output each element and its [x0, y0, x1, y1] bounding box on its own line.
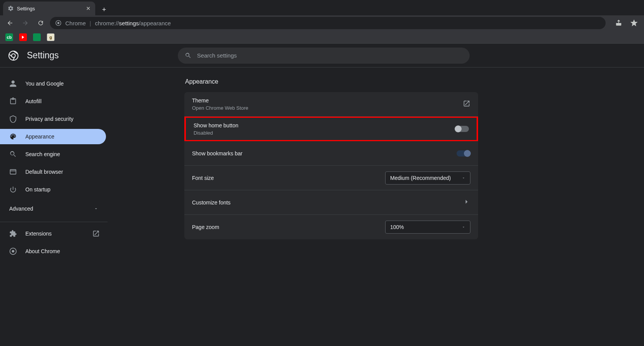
sidebar-item-label: Privacy and security: [25, 116, 73, 122]
forward-button[interactable]: [19, 17, 31, 29]
sidebar-item-label: Default browser: [25, 169, 63, 175]
row-label: Page zoom: [192, 224, 219, 230]
extension-icon-goodreads[interactable]: g: [47, 33, 55, 41]
row-sublabel: Open Chrome Web Store: [192, 105, 248, 111]
row-font-size: Font size Medium (Recommended): [184, 166, 478, 190]
toggle-show-home-button[interactable]: [455, 126, 469, 132]
tab-title: Settings: [17, 6, 35, 12]
sidebar-item-label: Extensions: [25, 231, 51, 237]
search-icon: [9, 150, 17, 158]
sidebar-item-about-chrome[interactable]: About Chrome: [0, 244, 108, 259]
power-icon: [9, 186, 17, 193]
sidebar-item-label: Search engine: [25, 151, 60, 157]
row-label: Show bookmarks bar: [192, 150, 243, 157]
new-tab-button[interactable]: +: [98, 4, 110, 15]
settings-search[interactable]: [178, 48, 470, 64]
page-zoom-select[interactable]: 100%: [385, 221, 470, 234]
address-bar[interactable]: Chrome | chrome://settings/appearance: [50, 17, 606, 29]
tab-strip: Settings ✕ +: [0, 0, 644, 15]
row-sublabel: Disabled: [194, 130, 238, 136]
row-label: Customize fonts: [192, 199, 230, 206]
search-input[interactable]: [197, 52, 463, 59]
chevron-down-icon: [462, 225, 465, 229]
browser-tab[interactable]: Settings ✕: [3, 2, 95, 15]
chevron-right-icon: [463, 198, 470, 207]
separator: [0, 222, 108, 222]
sidebar-item-extensions[interactable]: Extensions: [0, 226, 108, 241]
share-button[interactable]: [613, 17, 625, 29]
chevron-down-icon: [462, 176, 465, 180]
sidebar-item-appearance[interactable]: Appearance: [0, 129, 106, 144]
omnibox-origin: Chrome: [65, 20, 86, 26]
svg-point-10: [12, 250, 15, 253]
select-value: Medium (Recommended): [390, 175, 451, 181]
extension-icon-youtube[interactable]: [19, 33, 27, 41]
sidebar-item-autofill[interactable]: Autofill: [0, 94, 108, 109]
sidebar-item-label: About Chrome: [25, 248, 60, 254]
extension-icon-3[interactable]: [33, 33, 41, 41]
sidebar-item-privacy[interactable]: Privacy and security: [0, 111, 108, 127]
page-title: Settings: [27, 50, 59, 61]
row-label: Show home button: [194, 122, 238, 129]
sidebar-item-on-startup[interactable]: On startup: [0, 182, 108, 197]
extension-icon: [9, 230, 17, 237]
appearance-card: Theme Open Chrome Web Store Show home bu…: [184, 92, 478, 239]
row-show-home-button: Show home button Disabled: [184, 117, 478, 141]
select-value: 100%: [390, 224, 404, 230]
open-in-new-icon: [92, 230, 100, 237]
sidebar-item-search-engine[interactable]: Search engine: [0, 147, 108, 162]
clipboard-icon: [9, 97, 17, 105]
sidebar-item-label: Appearance: [25, 133, 55, 140]
gear-icon: [8, 5, 14, 12]
chrome-logo-icon: [8, 51, 18, 61]
sidebar: You and Google Autofill Privacy and secu…: [0, 68, 108, 346]
extension-icon-1[interactable]: cb: [5, 33, 13, 41]
sidebar-advanced[interactable]: Advanced: [0, 199, 108, 218]
sidebar-item-label: You and Google: [25, 81, 64, 87]
row-show-bookmarks-bar: Show bookmarks bar: [184, 141, 478, 166]
sidebar-item-label: Autofill: [25, 98, 41, 104]
sidebar-item-default-browser[interactable]: Default browser: [0, 164, 108, 180]
svg-rect-7: [10, 170, 16, 174]
settings-header: Settings: [0, 44, 644, 68]
browser-toolbar: Chrome | chrome://settings/appearance: [0, 15, 644, 31]
section-title: Appearance: [185, 78, 644, 85]
back-button[interactable]: [4, 17, 16, 29]
shield-icon: [9, 115, 17, 123]
sidebar-item-you-and-google[interactable]: You and Google: [0, 76, 108, 91]
open-in-new-icon: [463, 100, 470, 109]
palette-icon: [9, 133, 17, 140]
row-customize-fonts[interactable]: Customize fonts: [184, 190, 478, 215]
svg-point-1: [57, 22, 59, 24]
person-icon: [9, 80, 17, 87]
bookmarks-bar: cb g: [0, 31, 644, 44]
row-label: Font size: [192, 175, 214, 181]
row-theme[interactable]: Theme Open Chrome Web Store: [184, 92, 478, 117]
site-info-icon: [55, 20, 61, 26]
browser-icon: [9, 168, 17, 176]
search-icon: [185, 52, 192, 59]
row-label: Theme: [192, 97, 248, 104]
font-size-select[interactable]: Medium (Recommended): [385, 171, 470, 185]
close-icon[interactable]: ✕: [86, 5, 91, 12]
bookmark-star-button[interactable]: [628, 17, 640, 29]
main-content: Appearance Theme Open Chrome Web Store S…: [108, 68, 644, 346]
chevron-down-icon: [94, 206, 98, 211]
toggle-show-bookmarks-bar[interactable]: [457, 150, 470, 157]
row-page-zoom: Page zoom 100%: [184, 215, 478, 239]
sidebar-item-label: On startup: [25, 186, 50, 193]
chrome-icon: [9, 247, 17, 255]
reload-button[interactable]: [35, 17, 47, 29]
